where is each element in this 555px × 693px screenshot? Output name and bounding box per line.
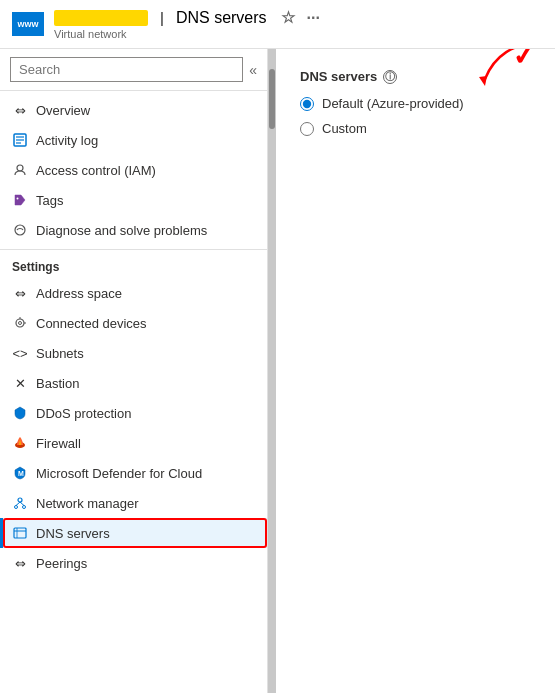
sidebar-item-activity-log[interactable]: Activity log bbox=[0, 125, 267, 155]
firewall-icon bbox=[12, 435, 28, 451]
sidebar-item-diagnose[interactable]: Diagnose and solve problems bbox=[0, 215, 267, 245]
svg-point-9 bbox=[19, 322, 22, 325]
sidebar-item-label: Microsoft Defender for Cloud bbox=[36, 466, 202, 481]
sidebar-item-label: DDoS protection bbox=[36, 406, 131, 421]
sidebar-item-label: Activity log bbox=[36, 133, 98, 148]
sidebar-item-label: Subnets bbox=[36, 346, 84, 361]
bastion-icon: ✕ bbox=[12, 375, 28, 391]
sidebar-item-bastion[interactable]: ✕ Bastion bbox=[0, 368, 267, 398]
sidebar-item-label: Diagnose and solve problems bbox=[36, 223, 207, 238]
page-title: DNS servers bbox=[176, 9, 267, 27]
dns-servers-icon bbox=[12, 525, 28, 541]
sidebar-item-address-space[interactable]: ⇔ Address space bbox=[0, 278, 267, 308]
svg-point-14 bbox=[18, 498, 22, 502]
sidebar-item-access-control[interactable]: Access control (IAM) bbox=[0, 155, 267, 185]
header-title-block: PathTestVNet | DNS servers ☆ ··· Virtual… bbox=[54, 8, 320, 40]
svg-point-15 bbox=[15, 506, 18, 509]
tags-icon bbox=[12, 192, 28, 208]
header-separator: | bbox=[160, 10, 164, 26]
sidebar-item-network-manager[interactable]: Network manager bbox=[0, 488, 267, 518]
sidebar-item-peerings[interactable]: ⇔ Peerings bbox=[0, 548, 267, 578]
svg-point-6 bbox=[17, 198, 19, 200]
sidebar-item-label: Bastion bbox=[36, 376, 79, 391]
svg-point-8 bbox=[16, 319, 24, 327]
sidebar-item-label: Connected devices bbox=[36, 316, 147, 331]
subnets-icon: <> bbox=[12, 345, 28, 361]
settings-section-label: Settings bbox=[0, 249, 267, 278]
sidebar-item-label: Access control (IAM) bbox=[36, 163, 156, 178]
access-control-icon bbox=[12, 162, 28, 178]
radio-default[interactable] bbox=[300, 97, 314, 111]
svg-marker-5 bbox=[15, 195, 25, 205]
more-options-icon[interactable]: ··· bbox=[307, 9, 320, 27]
radio-option-custom[interactable]: Custom bbox=[300, 121, 531, 136]
radio-option-default[interactable]: Default (Azure-provided) bbox=[300, 96, 531, 111]
resource-subtitle: Virtual network bbox=[54, 28, 320, 40]
radio-custom-label[interactable]: Custom bbox=[322, 121, 367, 136]
content-area: DNS servers ⓘ Default (Azure-provided) C… bbox=[276, 49, 555, 693]
info-icon[interactable]: ⓘ bbox=[383, 70, 397, 84]
svg-text:M: M bbox=[18, 470, 24, 477]
sidebar-item-ddos-protection[interactable]: DDoS protection bbox=[0, 398, 267, 428]
sidebar-item-microsoft-defender[interactable]: M Microsoft Defender for Cloud bbox=[0, 458, 267, 488]
sidebar-item-subnets[interactable]: <> Subnets bbox=[0, 338, 267, 368]
main-layout: « ⇔ Overview Activity log bbox=[0, 49, 555, 693]
diagnose-icon bbox=[12, 222, 28, 238]
sidebar-item-label: Overview bbox=[36, 103, 90, 118]
overview-icon: ⇔ bbox=[12, 102, 28, 118]
svg-point-4 bbox=[17, 165, 23, 171]
svg-point-7 bbox=[15, 225, 25, 235]
radio-custom[interactable] bbox=[300, 122, 314, 136]
sidebar-item-firewall[interactable]: Firewall bbox=[0, 428, 267, 458]
address-space-icon: ⇔ bbox=[12, 285, 28, 301]
favorite-icon[interactable]: ☆ bbox=[281, 8, 295, 27]
scroll-bar[interactable] bbox=[268, 49, 276, 693]
svg-line-17 bbox=[16, 502, 20, 506]
sidebar-item-dns-servers[interactable]: DNS servers bbox=[0, 518, 267, 548]
ddos-icon bbox=[12, 405, 28, 421]
connected-devices-icon bbox=[12, 315, 28, 331]
search-container: « bbox=[0, 49, 267, 91]
network-manager-icon bbox=[12, 495, 28, 511]
scroll-thumb[interactable] bbox=[269, 69, 275, 129]
sidebar: « ⇔ Overview Activity log bbox=[0, 49, 268, 693]
sidebar-item-label: Address space bbox=[36, 286, 122, 301]
activity-log-icon bbox=[12, 132, 28, 148]
svg-point-16 bbox=[23, 506, 26, 509]
resource-name: PathTestVNet | DNS servers ☆ ··· bbox=[54, 8, 320, 27]
search-input[interactable] bbox=[10, 57, 243, 82]
resource-name-redacted: PathTestVNet bbox=[54, 10, 148, 26]
checkmark-annotation: ✓ bbox=[511, 49, 537, 73]
sidebar-item-label: Peerings bbox=[36, 556, 87, 571]
sidebar-item-connected-devices[interactable]: Connected devices bbox=[0, 308, 267, 338]
svg-rect-19 bbox=[14, 528, 26, 538]
defender-icon: M bbox=[12, 465, 28, 481]
header: www PathTestVNet | DNS servers ☆ ··· Vir… bbox=[0, 0, 555, 49]
sidebar-item-tags[interactable]: Tags bbox=[0, 185, 267, 215]
collapse-sidebar-button[interactable]: « bbox=[249, 62, 257, 78]
nav-list: ⇔ Overview Activity log bbox=[0, 91, 267, 693]
resource-icon: www bbox=[12, 12, 44, 36]
sidebar-item-overview[interactable]: ⇔ Overview bbox=[0, 95, 267, 125]
dns-section-title: DNS servers ⓘ bbox=[300, 69, 531, 84]
sidebar-item-label: Network manager bbox=[36, 496, 139, 511]
radio-default-label[interactable]: Default (Azure-provided) bbox=[322, 96, 464, 111]
peerings-icon: ⇔ bbox=[12, 555, 28, 571]
svg-line-18 bbox=[20, 502, 24, 506]
sidebar-item-label: DNS servers bbox=[36, 526, 110, 541]
sidebar-item-label: Tags bbox=[36, 193, 63, 208]
sidebar-item-label: Firewall bbox=[36, 436, 81, 451]
